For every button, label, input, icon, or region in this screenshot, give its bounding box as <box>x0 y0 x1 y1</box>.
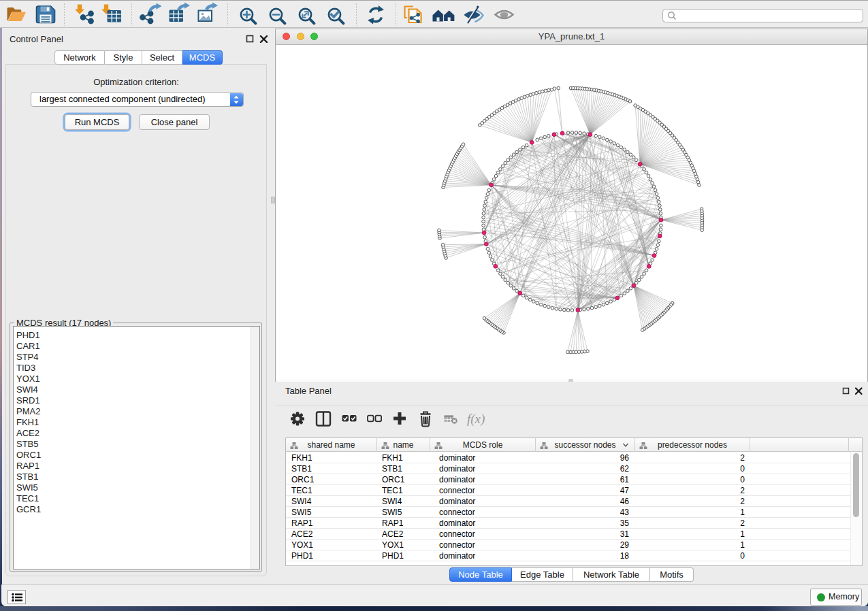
svg-text:f(x): f(x) <box>467 412 485 427</box>
